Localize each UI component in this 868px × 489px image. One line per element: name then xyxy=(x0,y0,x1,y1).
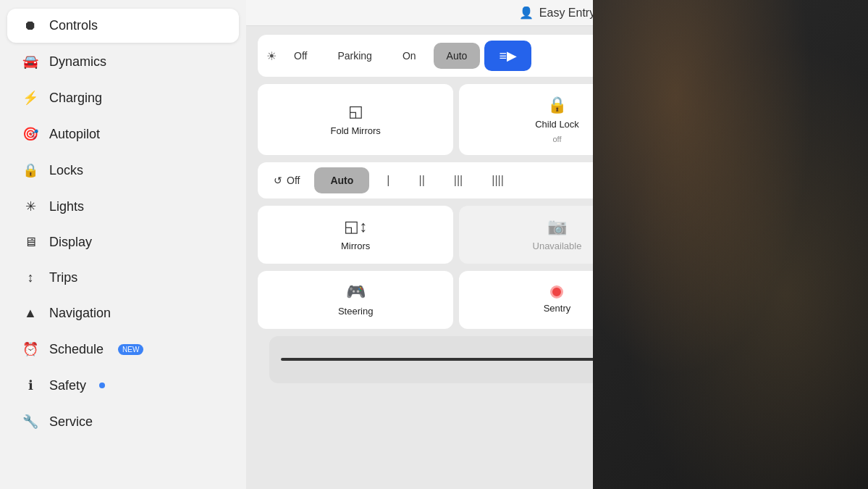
unavailable-label: Unavailable xyxy=(533,241,582,252)
steering-card[interactable]: 🎮 Steering xyxy=(258,271,453,329)
sidebar-label-display: Display xyxy=(49,235,92,250)
fold-mirrors-card[interactable]: ◱ Fold Mirrors xyxy=(258,84,453,155)
child-lock-label: Child Lock xyxy=(535,119,579,130)
wiper-auto-button[interactable]: Auto xyxy=(314,167,369,193)
sidebar-label-service: Service xyxy=(49,414,93,430)
wiper-speed-4[interactable]: |||| xyxy=(480,167,515,194)
service-icon: 🔧 xyxy=(22,414,39,430)
steering-label: Steering xyxy=(338,306,373,317)
display-icon: 🖥 xyxy=(22,235,39,250)
sentry-label: Sentry xyxy=(544,303,571,314)
mirrors-label: Mirrors xyxy=(341,241,370,252)
child-lock-status: off xyxy=(552,135,561,143)
sidebar-label-schedule: Schedule xyxy=(49,342,104,357)
sidebar-item-safety[interactable]: ℹ Safety xyxy=(7,368,239,403)
sidebar-item-charging[interactable]: ⚡ Charging xyxy=(7,80,239,115)
sidebar-label-lights: Lights xyxy=(49,199,84,214)
sidebar-item-navigation[interactable]: ▲ Navigation xyxy=(7,296,239,330)
sidebar-label-autopilot: Autopilot xyxy=(49,127,100,142)
sidebar-label-charging: Charging xyxy=(49,91,102,106)
sidebar-item-service[interactable]: 🔧 Service xyxy=(7,404,239,439)
sidebar-item-controls[interactable]: ⏺ Controls xyxy=(7,9,239,43)
car-interior-photo xyxy=(593,0,868,489)
steering-icon: 🎮 xyxy=(346,283,366,301)
sidebar-item-trips[interactable]: ↕ Trips xyxy=(7,261,239,295)
sidebar-item-display[interactable]: 🖥 Display xyxy=(7,225,239,259)
dynamics-icon: 🚘 xyxy=(22,54,39,70)
fold-mirrors-icon: ◱ xyxy=(348,102,363,121)
lights-parking-button[interactable]: Parking xyxy=(324,43,384,69)
lights-off-button[interactable]: Off xyxy=(281,43,320,69)
locks-icon: 🔒 xyxy=(22,162,39,178)
lights-on-button[interactable]: On xyxy=(389,43,429,69)
schedule-icon: ⏰ xyxy=(22,341,39,357)
wiper-speed-2[interactable]: || xyxy=(407,167,436,194)
sidebar-label-navigation: Navigation xyxy=(49,306,111,321)
autopilot-icon: 🎯 xyxy=(22,126,39,142)
sidebar-item-schedule[interactable]: ⏰ Schedule NEW xyxy=(7,332,239,367)
sidebar-item-autopilot[interactable]: 🎯 Autopilot xyxy=(7,117,239,151)
sidebar-item-lights[interactable]: ✳ Lights xyxy=(7,189,239,224)
sun-icon: ☀ xyxy=(266,49,277,63)
safety-icon: ℹ xyxy=(22,377,39,393)
sidebar-item-dynamics[interactable]: 🚘 Dynamics xyxy=(7,44,239,79)
sidebar-label-locks: Locks xyxy=(49,163,83,178)
sidebar-label-trips: Trips xyxy=(49,270,77,285)
controls-icon: ⏺ xyxy=(22,18,39,33)
sidebar-label-safety: Safety xyxy=(49,378,86,393)
easy-entry-label: 👤 Easy Entry xyxy=(519,6,595,20)
wiper-speed-3[interactable]: ||| xyxy=(442,167,474,194)
new-badge: NEW xyxy=(118,344,143,355)
sidebar-item-locks[interactable]: 🔒 Locks xyxy=(7,153,239,188)
wiper-speed-1[interactable]: | xyxy=(375,167,401,194)
wiper-off-button[interactable]: ↺ Off xyxy=(265,169,308,192)
sidebar: ⏺ Controls 🚘 Dynamics ⚡ Charging 🎯 Autop… xyxy=(0,0,246,489)
trips-icon: ↕ xyxy=(22,270,39,285)
sidebar-label-dynamics: Dynamics xyxy=(49,54,106,70)
lights-icon: ✳ xyxy=(22,198,39,214)
person-icon: 👤 xyxy=(519,6,534,20)
sentry-indicator xyxy=(550,285,563,298)
child-lock-icon: 🔒 xyxy=(547,96,567,114)
mirrors-card[interactable]: ◱↕ Mirrors xyxy=(258,206,453,264)
unavailable-icon: 📷 xyxy=(547,217,567,236)
media-button[interactable]: ≡▶ xyxy=(484,41,531,71)
mirrors-icon: ◱↕ xyxy=(344,217,367,236)
navigation-icon: ▲ xyxy=(22,306,39,321)
safety-dot xyxy=(99,383,105,388)
lights-auto-button[interactable]: Auto xyxy=(434,43,481,69)
fold-mirrors-label: Fold Mirrors xyxy=(330,125,380,137)
wiper-icon: ↺ xyxy=(274,175,282,186)
sidebar-label-controls: Controls xyxy=(49,18,98,33)
charging-icon: ⚡ xyxy=(22,90,39,106)
